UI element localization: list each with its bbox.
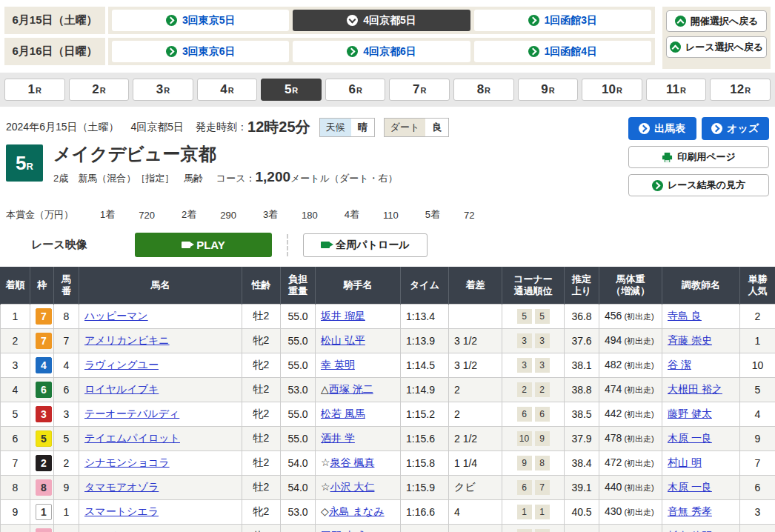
- meeting-button[interactable]: 3回東京5日: [112, 10, 289, 31]
- jockey-name-link[interactable]: 西塚 洸二: [329, 383, 373, 395]
- cell-pos: 10: [1, 524, 30, 532]
- horse-name-link[interactable]: ロイヤルイブキ: [84, 383, 159, 395]
- cell-trainer: 木原 一良: [662, 426, 740, 450]
- body-weight-note: (初出走): [622, 434, 653, 443]
- jockey-name-link[interactable]: 酒井 学: [321, 432, 355, 444]
- race-tab-2r[interactable]: 2R: [69, 79, 130, 101]
- horse-name-link[interactable]: エハバンディーア: [84, 530, 169, 532]
- horse-name-link[interactable]: ハッピーマン: [84, 310, 148, 322]
- body-weight-value: 494: [605, 334, 622, 346]
- race-tab-10r[interactable]: 10R: [582, 79, 642, 101]
- corner-position-box: 5: [535, 309, 550, 324]
- horse-name-link[interactable]: テーオーテバルディ: [84, 408, 179, 419]
- race-tab-8r[interactable]: 8R: [453, 79, 514, 101]
- back-to-race-select-button[interactable]: レース選択へ戻る: [666, 36, 767, 58]
- body-weight-value: 478: [605, 432, 622, 444]
- race-tab-3r[interactable]: 3R: [133, 79, 193, 101]
- horse-name-link[interactable]: スマートシエラ: [84, 505, 159, 517]
- cell-num: 1: [54, 499, 79, 524]
- meeting-button[interactable]: 3回東京6日: [112, 41, 289, 62]
- race-tab-7r[interactable]: 7R: [389, 79, 450, 101]
- jockey-name-link[interactable]: 坂井 瑠星: [321, 310, 365, 322]
- trainer-name-link[interactable]: 大根田 裕之: [668, 383, 722, 395]
- cell-trainer: 寺島 良: [662, 304, 740, 328]
- frame-number-badge: 3: [36, 406, 52, 422]
- race-tab-12r[interactable]: 12R: [710, 79, 771, 101]
- horse-name-link[interactable]: ラヴィングユー: [84, 359, 159, 370]
- entries-button[interactable]: 出馬表: [628, 117, 696, 140]
- jockey-name-link[interactable]: 永島 まなみ: [329, 505, 385, 517]
- jockey-name-link[interactable]: 団野 大成: [321, 530, 365, 532]
- cell-body: 430 (初出走): [599, 499, 662, 524]
- patrol-video-button[interactable]: 全周パトロール: [303, 233, 428, 257]
- corner-position-box: 3: [517, 358, 532, 373]
- table-row: 178ハッピーマン牡255.0坂井 瑠星1:13.45536.8456 (初出走…: [1, 304, 775, 328]
- trainer-name-link[interactable]: 木原 一良: [668, 481, 712, 493]
- start-time-value: 12時25分: [247, 117, 310, 137]
- race-tab-number: 6: [348, 82, 355, 97]
- meeting-button[interactable]: 1回函館4日: [474, 41, 651, 62]
- results-guide-label: レース結果の見方: [668, 179, 745, 192]
- trainer-name-link[interactable]: 杉山 佳明: [668, 530, 712, 532]
- meeting-buttons: 3回東京6日4回京都6日1回函館4日: [108, 38, 655, 65]
- jockey-name-link[interactable]: 泉谷 楓真: [330, 456, 375, 468]
- meeting-button[interactable]: 4回京都5日: [293, 10, 470, 31]
- race-tab-11r[interactable]: 11R: [646, 79, 707, 101]
- print-page-button[interactable]: 印刷用ページ: [628, 146, 769, 168]
- cell-weight: 55.0: [281, 353, 316, 377]
- chevron-up-icon: [670, 41, 681, 53]
- results-table: 着順枠馬 番馬名性齢負担 重量騎手名タイム着差コーナー 通過順位推定 上り馬体重…: [0, 267, 775, 532]
- cell-agari: 38.5: [565, 402, 599, 426]
- race-meeting: 4回京都5日: [131, 121, 184, 134]
- frame-number-badge: 1: [36, 504, 52, 520]
- horse-name-link[interactable]: シナモンショコラ: [84, 456, 170, 468]
- trainer-name-link[interactable]: 村山 明: [668, 456, 702, 468]
- cell-time: 1:15.9: [401, 475, 449, 499]
- trainer-name-link[interactable]: 谷 潔: [668, 359, 691, 370]
- cell-pop: 10: [740, 353, 775, 377]
- horse-name-link[interactable]: テイエムパイロット: [84, 432, 180, 444]
- meeting-button[interactable]: 1回函館3日: [474, 10, 651, 31]
- race-tab-5r[interactable]: 5R: [261, 79, 322, 101]
- horse-name-link[interactable]: タマモアオゾラ: [84, 481, 159, 493]
- jockey-name-link[interactable]: 幸 英明: [321, 359, 355, 370]
- cell-name: スマートシエラ: [79, 499, 242, 524]
- race-tab-4r[interactable]: 4R: [197, 79, 258, 101]
- jockey-name-link[interactable]: 松若 風馬: [321, 408, 365, 419]
- body-weight-note: (初出走): [622, 385, 653, 394]
- cell-weight: 55.0: [281, 328, 316, 353]
- jockey-name-link[interactable]: 松山 弘平: [321, 334, 365, 346]
- race-title: メイクデビュー京都: [53, 144, 398, 164]
- cell-weight: 54.0: [281, 475, 316, 499]
- corner-position-box: 3: [535, 333, 550, 348]
- cell-frame: 8: [30, 475, 54, 499]
- back-to-kaisai-button[interactable]: 開催選択へ戻る: [666, 10, 767, 32]
- race-tab-9r[interactable]: 9R: [518, 79, 579, 101]
- race-tab-1r[interactable]: 1R: [4, 79, 65, 101]
- column-header-jockey: 騎手名: [316, 267, 401, 304]
- cell-pop: 5: [740, 377, 775, 402]
- body-weight-note: (初出走): [622, 312, 653, 321]
- frame-number-badge: 7: [36, 333, 52, 349]
- cell-sexage: 牡2: [242, 426, 281, 450]
- trainer-name-link[interactable]: 寺島 良: [668, 310, 702, 322]
- play-button[interactable]: PLAY: [135, 233, 272, 257]
- trainer-name-link[interactable]: 斉藤 崇史: [668, 334, 712, 346]
- video-divider: [287, 234, 288, 256]
- printer-icon: [662, 152, 673, 163]
- trainer-name-link[interactable]: 音無 秀孝: [668, 505, 712, 517]
- race-tab-6r[interactable]: 6R: [325, 79, 386, 101]
- race-tab-suffix: R: [485, 86, 490, 95]
- cell-margin: 2: [449, 377, 502, 402]
- trainer-name-link[interactable]: 藤野 健太: [668, 408, 712, 419]
- results-guide-button[interactable]: レース結果の見方: [628, 174, 769, 196]
- horse-name-link[interactable]: アメリカンビキニ: [84, 334, 170, 346]
- cell-corner: 22: [502, 377, 565, 402]
- cell-margin: 3 1/2: [449, 353, 502, 377]
- race-header: 2024年6月15日（土曜） 4回京都5日 発走時刻： 12時25分 天候 晴 …: [0, 107, 775, 196]
- cell-num: 3: [54, 402, 79, 426]
- jockey-name-link[interactable]: 小沢 大仁: [330, 481, 375, 493]
- odds-button[interactable]: オッズ: [702, 117, 770, 140]
- meeting-button[interactable]: 4回京都6日: [293, 41, 470, 62]
- trainer-name-link[interactable]: 木原 一良: [668, 432, 712, 444]
